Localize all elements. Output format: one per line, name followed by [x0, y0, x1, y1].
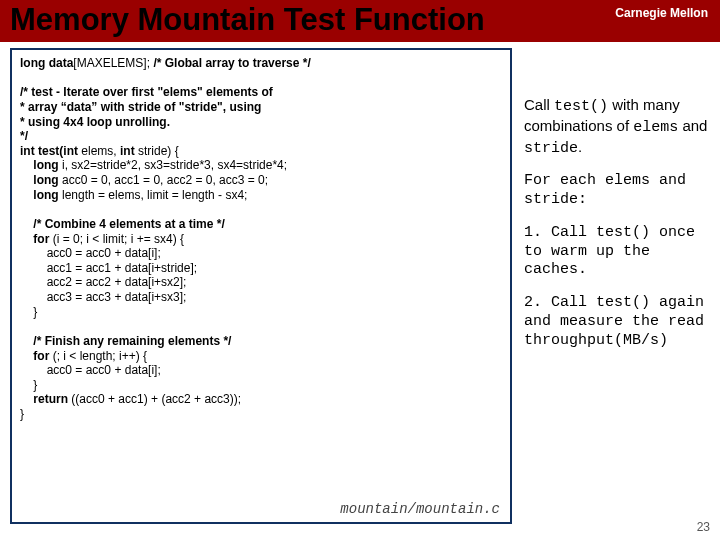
code-token: for	[20, 232, 53, 246]
code-token: i, sx2=stride*2, sx3=stride*3, sx4=strid…	[62, 158, 287, 172]
code-comment: /* test - Iterate over first "elems" ele…	[20, 85, 502, 100]
code-line: int test(int elems, int stride) {	[20, 144, 502, 159]
source-filename: mountain/mountain.c	[340, 501, 500, 518]
code-token: return	[20, 392, 71, 406]
code-line: return ((acc0 + acc1) + (acc2 + acc3));	[20, 392, 502, 407]
code-line: }	[20, 378, 502, 393]
code-line: acc1 = acc1 + data[i+stride];	[20, 261, 502, 276]
code-comment: * array “data” with stride of "stride", …	[20, 100, 502, 115]
code-line: long i, sx2=stride*2, sx3=stride*3, sx4=…	[20, 158, 502, 173]
code-token: stride) {	[138, 144, 179, 158]
code-line: acc0 = acc0 + data[i];	[20, 246, 502, 261]
code-token: long	[20, 173, 62, 187]
code-line: for (i = 0; i < limit; i += sx4) {	[20, 232, 502, 247]
note-text: and	[678, 117, 707, 134]
code-comment: * using 4x4 loop unrolling.	[20, 115, 502, 130]
code-token: acc0 = 0, acc1 = 0, acc2 = 0, acc3 = 0;	[62, 173, 268, 187]
code-comment: */	[20, 129, 502, 144]
code-line: }	[20, 305, 502, 320]
note-code: test()	[596, 294, 650, 311]
brand-label: Carnegie Mellon	[615, 6, 708, 20]
note-text: 2. Call	[524, 294, 596, 311]
code-token: length = elems, limit = length - sx4;	[62, 188, 247, 202]
note-paragraph: For each elems and stride:	[524, 172, 710, 210]
code-line: long data[MAXELEMS]; /* Global array to …	[20, 56, 502, 71]
code-line: acc3 = acc3 + data[i+sx3];	[20, 290, 502, 305]
code-token: long	[20, 158, 62, 172]
slide-root: Carnegie Mellon Memory Mountain Test Fun…	[0, 0, 720, 540]
code-comment: /* Combine 4 elements at a time */	[20, 217, 502, 232]
page-number: 23	[697, 520, 710, 534]
code-token: long	[20, 188, 62, 202]
code-comment: /* Global array to traverse */	[153, 56, 310, 70]
code-line: acc0 = acc0 + data[i];	[20, 363, 502, 378]
code-token: (i = 0; i < limit; i += sx4) {	[53, 232, 184, 246]
note-text: .	[578, 138, 582, 155]
code-line: long acc0 = 0, acc1 = 0, acc2 = 0, acc3 …	[20, 173, 502, 188]
note-paragraph: Call test() with many combinations of el…	[524, 96, 710, 158]
note-code: test()	[554, 98, 608, 115]
code-line: acc2 = acc2 + data[i+sx2];	[20, 275, 502, 290]
note-code: test()	[596, 224, 650, 241]
code-token: ((acc0 + acc1) + (acc2 + acc3));	[71, 392, 241, 406]
code-token: [MAXELEMS];	[73, 56, 153, 70]
code-line: for (; i < length; i++) {	[20, 349, 502, 364]
note-code: stride	[524, 140, 578, 157]
code-line: long length = elems, limit = length - sx…	[20, 188, 502, 203]
code-token: int	[120, 144, 138, 158]
note-paragraph: 2. Call test() again and measure the rea…	[524, 294, 710, 350]
note-text: 1. Call	[524, 224, 596, 241]
code-line: }	[20, 407, 502, 422]
notes-column: Call test() with many combinations of el…	[524, 96, 710, 364]
code-token: (; i < length; i++) {	[53, 349, 147, 363]
slide-title: Memory Mountain Test Function	[10, 2, 485, 38]
code-token: int test(int	[20, 144, 81, 158]
note-text: Call	[524, 96, 554, 113]
note-paragraph: 1. Call test() once to warm up the cache…	[524, 224, 710, 280]
code-token: for	[20, 349, 53, 363]
code-listing: long data[MAXELEMS]; /* Global array to …	[10, 48, 512, 524]
note-code: elems	[633, 119, 678, 136]
code-token: long data	[20, 56, 73, 70]
code-token: elems,	[81, 144, 120, 158]
code-comment: /* Finish any remaining elements */	[20, 334, 502, 349]
